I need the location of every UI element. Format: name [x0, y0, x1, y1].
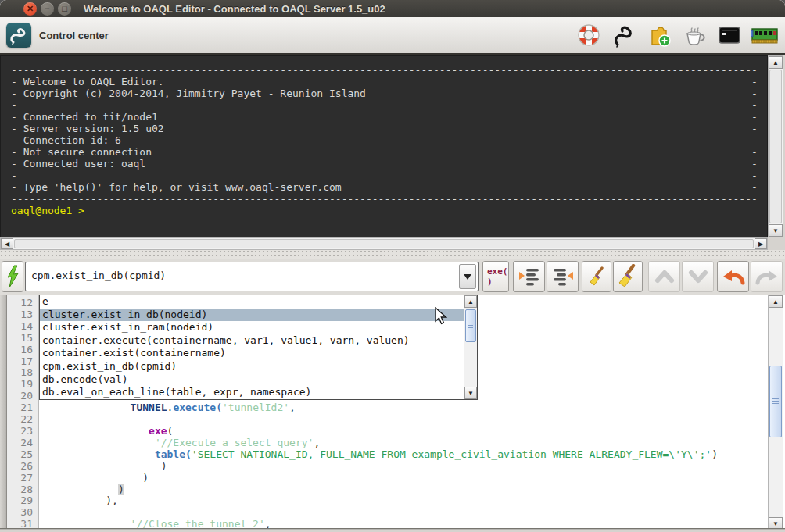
exe-button-line1: exe(	[487, 266, 508, 277]
titlebar[interactable]: ✕ − □ Welcome to OAQL Editor - Connected…	[0, 0, 785, 17]
code-line: )	[45, 473, 718, 484]
line-number: 19	[20, 379, 33, 391]
plugin-add-icon[interactable]	[644, 20, 674, 50]
toolbar-label: Control center	[39, 30, 109, 41]
format-shift-right-button[interactable]	[513, 261, 545, 292]
exe-button-line2: )	[487, 277, 493, 287]
terminal-screen-icon[interactable]	[715, 20, 744, 50]
editor-bottom-border	[0, 528, 785, 530]
code-line: '//Execute a select query',	[45, 437, 718, 449]
console-vscroll-thumb[interactable]	[769, 70, 782, 223]
line-number: 12	[20, 298, 33, 309]
line-number: 28	[20, 484, 33, 496]
autocomplete-item[interactable]: cluster.exist_in_db(nodeid)	[40, 309, 464, 322]
history-up-button[interactable]	[648, 261, 680, 292]
console-scroll-right-icon[interactable]: ▶	[755, 238, 767, 249]
execute-lightning-button[interactable]	[2, 261, 23, 292]
redo-icon	[755, 266, 779, 287]
code-line: )	[45, 484, 718, 496]
editor-vscroll-thumb[interactable]	[769, 366, 782, 437]
console-hscroll-thumb[interactable]	[14, 239, 754, 248]
terminal-line: - Connection id: 6 -	[11, 134, 758, 146]
maximize-button[interactable]: □	[58, 2, 71, 16]
terminal-prompt: oaql@node1 >	[11, 205, 758, 216]
lifebuoy-help-icon[interactable]	[574, 20, 604, 50]
undo-button[interactable]	[717, 261, 749, 292]
console-output-panel[interactable]: ----------------------------------------…	[0, 55, 768, 237]
terminal-output: ----------------------------------------…	[11, 64, 758, 216]
terminal-line: ----------------------------------------…	[11, 193, 758, 205]
command-combobox[interactable]: cpm.exist_in_db(cpmid)	[25, 262, 479, 291]
autocomplete-scrollbar[interactable]: ▲ ▼	[464, 295, 477, 399]
terminal-line: - Not secure connection -	[11, 146, 758, 158]
mouse-cursor	[435, 307, 447, 325]
clean-all-button[interactable]	[613, 261, 643, 292]
combo-dropdown-button[interactable]	[459, 264, 476, 289]
code-editor[interactable]: 1213141516171819202122232425262728293031…	[0, 295, 785, 530]
chevron-down-icon	[687, 267, 709, 286]
clean-line-button[interactable]	[582, 261, 611, 292]
redo-button[interactable]	[751, 261, 783, 292]
autocomplete-item[interactable]: e	[40, 295, 464, 309]
line-number: 26	[20, 461, 33, 473]
line-number: 23	[20, 426, 33, 437]
terminal-line: - -	[11, 99, 758, 111]
line-number: 18	[20, 367, 33, 379]
chevron-up-icon	[654, 267, 676, 286]
editor-collapse-strip[interactable]	[0, 295, 7, 530]
console-scroll-up-icon[interactable]: ▲	[769, 56, 783, 69]
line-number: 13	[20, 309, 33, 321]
autocomplete-item[interactable]: cluster.exist_in_ram(nodeid)	[40, 321, 464, 334]
oaql-editor-window: ✕ − □ Welcome to OAQL Editor - Connected…	[0, 0, 785, 532]
autocomplete-list: ecluster.exist_in_db(nodeid)cluster.exis…	[40, 295, 464, 399]
big-broom-icon	[616, 264, 640, 289]
command-input[interactable]: cpm.exist_in_db(cpmid)	[31, 270, 166, 281]
line-number: 24	[20, 437, 33, 449]
code-line: ),	[45, 495, 718, 507]
format-shift-left-button[interactable]	[547, 261, 579, 292]
line-number: 22	[20, 414, 33, 426]
terminal-line: - Connected user: oaql -	[11, 158, 758, 170]
line-number: 20	[20, 391, 33, 402]
code-line: exe(	[45, 426, 718, 437]
autocomplete-item[interactable]: db.encode(val)	[40, 373, 464, 387]
autocomplete-item[interactable]: container.exist(containername)	[40, 347, 464, 360]
autocomplete-scroll-up-icon[interactable]: ▲	[464, 295, 477, 308]
terminal-line: - Server version: 1.5_u02 -	[11, 123, 758, 134]
splitter-handle[interactable]	[0, 250, 785, 259]
autocomplete-item[interactable]: db.eval_on_each_line(table, expr, namesp…	[40, 386, 464, 399]
close-button[interactable]: ✕	[23, 2, 37, 16]
autocomplete-item[interactable]: container.execute(containername, var1, v…	[40, 334, 464, 348]
coffee-icon[interactable]	[679, 20, 709, 50]
window-title: Welcome to OAQL Editor - Connected to OA…	[84, 3, 385, 15]
line-number: 27	[20, 473, 33, 484]
format-shift-left-icon	[551, 266, 575, 287]
minimize-button[interactable]: −	[41, 2, 54, 16]
terminal-line: - Connected to tit/node1 -	[11, 111, 758, 123]
undo-icon	[722, 266, 745, 287]
autocomplete-dropdown: ecluster.exist_in_db(nodeid)cluster.exis…	[39, 295, 478, 400]
line-number: 25	[20, 449, 33, 461]
editor-scroll-up-icon[interactable]: ▲	[769, 295, 783, 308]
terminal-line: - Copyright (c) 2004-2014, Jimmitry Paye…	[11, 87, 758, 99]
code-line: )	[45, 461, 718, 473]
app-snake-icon	[6, 23, 31, 48]
lightning-icon	[4, 265, 21, 288]
exe-wrap-button[interactable]: exe( )	[482, 261, 509, 292]
console-scroll-left-icon[interactable]: ◀	[1, 238, 13, 249]
line-number: 17	[20, 356, 33, 368]
snake-icon[interactable]	[609, 20, 639, 50]
history-down-button[interactable]	[682, 261, 714, 292]
memory-card-icon[interactable]	[750, 20, 780, 50]
line-number: 16	[20, 345, 33, 356]
line-number: 21	[20, 402, 33, 414]
autocomplete-scroll-down-icon[interactable]: ▼	[464, 387, 477, 399]
autocomplete-scroll-thumb[interactable]	[465, 309, 476, 342]
code-line: table('SELECT NATIONAL_ID, FULL_NAME FRO…	[45, 449, 718, 461]
terminal-line: - Type 'help()' for help, or visit www.o…	[11, 181, 758, 193]
small-broom-icon	[586, 266, 607, 287]
line-number: 30	[20, 507, 33, 519]
console-scroll-down-icon[interactable]: ▼	[769, 224, 783, 237]
terminal-line: ----------------------------------------…	[11, 64, 758, 76]
autocomplete-item[interactable]: cpm.exist_in_db(cpmid)	[40, 360, 464, 373]
